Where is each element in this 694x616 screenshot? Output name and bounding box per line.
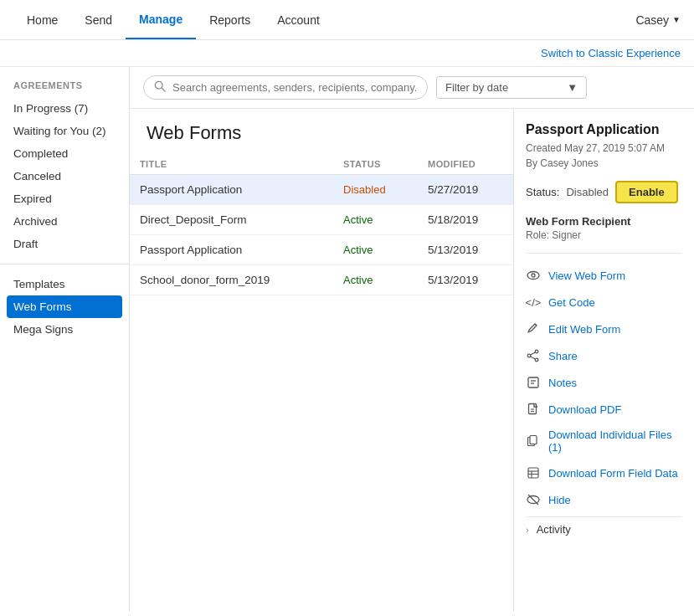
nav-send[interactable]: Send: [71, 2, 126, 38]
row-status: Active: [333, 265, 418, 295]
list-title: Web Forms: [130, 109, 513, 154]
table-row[interactable]: Direct_Deposit_Form Active 5/18/2019: [130, 205, 513, 235]
pdf-icon: [526, 402, 541, 417]
classic-link[interactable]: Switch to Classic Experience: [541, 47, 681, 59]
enable-button[interactable]: Enable: [615, 181, 678, 203]
detail-title: Passport Application: [526, 122, 682, 137]
action-label: Share: [548, 350, 578, 362]
sidebar-item-draft[interactable]: Draft: [0, 233, 129, 255]
action-label: Notes: [548, 377, 577, 389]
hide-icon: [526, 492, 541, 507]
filter-chevron-icon: ▼: [567, 81, 578, 94]
action-label: View Web Form: [548, 270, 625, 282]
row-modified: 5/13/2019: [418, 235, 513, 265]
action-get-code[interactable]: </> Get Code: [526, 289, 682, 316]
search-icon: [154, 80, 166, 95]
list-panel: Web Forms TITLE STATUS MODIFIED Passport…: [130, 109, 514, 612]
table-row[interactable]: Passport Application Disabled 5/27/2019: [130, 175, 513, 205]
action-label: Download Form Field Data: [548, 467, 678, 480]
table-row[interactable]: Passport Application Active 5/13/2019: [130, 235, 513, 265]
row-title: School_donor_form_2019: [130, 265, 333, 295]
row-title: Passport Application: [130, 175, 333, 205]
action-label: Get Code: [548, 296, 595, 309]
detail-status-label: Status:: [526, 186, 559, 198]
files-icon: [526, 434, 541, 449]
svg-line-1: [162, 88, 165, 91]
filter-select[interactable]: Filter by date ▼: [436, 76, 587, 99]
search-bar: Filter by date ▼: [130, 67, 694, 109]
chevron-right-icon: ›: [526, 525, 529, 535]
row-title: Passport Application: [130, 235, 333, 265]
search-input[interactable]: [172, 81, 417, 94]
code-icon: </>: [526, 295, 541, 310]
svg-rect-9: [528, 377, 538, 388]
row-modified: 5/18/2019: [418, 205, 513, 235]
top-nav: Home Send Manage Reports Account Casey ▼: [0, 0, 694, 40]
sidebar-item-canceled[interactable]: Canceled: [0, 165, 129, 187]
sidebar: AGREEMENTS In Progress (7) Waiting for Y…: [0, 67, 130, 612]
action-edit-web-form[interactable]: Edit Web Form: [526, 316, 682, 342]
action-notes[interactable]: Notes: [526, 369, 682, 396]
sidebar-item-mega-signs[interactable]: Mega Signs: [0, 318, 129, 341]
sidebar-item-archived[interactable]: Archived: [0, 210, 129, 233]
data-icon: [526, 465, 541, 480]
svg-point-4: [535, 350, 538, 353]
svg-line-8: [531, 357, 536, 359]
action-share[interactable]: Share: [526, 342, 682, 369]
sidebar-item-in-progress[interactable]: In Progress (7): [0, 97, 129, 120]
row-modified: 5/27/2019: [418, 175, 513, 205]
activity-expand[interactable]: › Activity: [526, 516, 682, 542]
nav-home[interactable]: Home: [13, 2, 71, 38]
action-label: Edit Web Form: [548, 323, 620, 336]
action-label: Hide: [548, 494, 571, 506]
action-label: Download PDF: [548, 403, 621, 416]
svg-point-6: [527, 354, 531, 357]
search-input-wrap[interactable]: [143, 75, 428, 100]
detail-status-value: Disabled: [566, 186, 609, 198]
action-hide[interactable]: Hide: [526, 486, 682, 513]
note-icon: [526, 375, 541, 390]
row-status: Active: [333, 205, 418, 235]
svg-rect-16: [530, 436, 537, 444]
nav-user[interactable]: Casey ▼: [635, 13, 681, 27]
row-status: Disabled: [333, 175, 418, 205]
action-download-form-field[interactable]: Download Form Field Data: [526, 459, 682, 486]
sidebar-item-completed[interactable]: Completed: [0, 142, 129, 165]
sidebar-item-waiting[interactable]: Waiting for You (2): [0, 120, 129, 142]
svg-rect-17: [528, 468, 538, 478]
table-row[interactable]: School_donor_form_2019 Active 5/13/2019: [130, 265, 513, 295]
action-download-pdf[interactable]: Download PDF: [526, 396, 682, 423]
row-status: Active: [333, 235, 418, 265]
detail-meta: Created May 27, 2019 5:07 AM By Casey Jo…: [526, 141, 682, 171]
sidebar-item-expired[interactable]: Expired: [0, 187, 129, 210]
col-modified: MODIFIED: [418, 154, 513, 175]
user-chevron-icon: ▼: [672, 15, 681, 24]
detail-panel: Passport Application Created May 27, 201…: [514, 109, 694, 612]
sidebar-item-templates[interactable]: Templates: [0, 273, 129, 295]
detail-recipient-title: Web Form Recipient: [526, 215, 682, 228]
pencil-icon: [526, 321, 541, 336]
detail-recipient-sub: Role: Signer: [526, 229, 682, 241]
activity-label: Activity: [537, 523, 571, 536]
classic-bar: Switch to Classic Experience: [0, 40, 694, 67]
nav-reports[interactable]: Reports: [196, 2, 264, 38]
action-label: Download Individual Files (1): [548, 429, 682, 454]
row-modified: 5/13/2019: [418, 265, 513, 295]
action-view-web-form[interactable]: View Web Form: [526, 262, 682, 289]
col-title: TITLE: [130, 154, 333, 175]
svg-point-5: [535, 358, 538, 362]
svg-line-7: [531, 352, 536, 355]
nav-manage[interactable]: Manage: [126, 1, 196, 39]
svg-point-3: [532, 274, 535, 277]
row-title: Direct_Deposit_Form: [130, 205, 333, 235]
share-icon: [526, 348, 541, 363]
svg-point-2: [527, 272, 539, 280]
sidebar-section-label: AGREEMENTS: [0, 80, 129, 97]
filter-label: Filter by date: [445, 81, 508, 94]
action-download-individual[interactable]: Download Individual Files (1): [526, 423, 682, 459]
eye-icon: [526, 268, 541, 283]
nav-account[interactable]: Account: [264, 2, 333, 38]
col-status: STATUS: [333, 154, 418, 175]
sidebar-item-web-forms[interactable]: Web Forms: [7, 295, 122, 318]
